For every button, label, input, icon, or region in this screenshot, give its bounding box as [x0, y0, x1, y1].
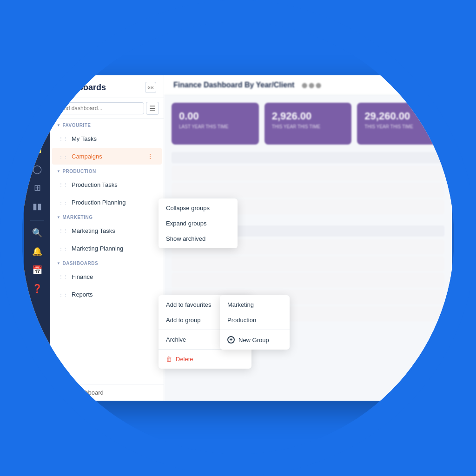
- menu-item-marketing[interactable]: Marketing: [220, 297, 290, 312]
- item-label: Marketing Tasks: [72, 227, 141, 234]
- trash-icon: 🗑: [166, 356, 172, 363]
- drag-handle: ⋮⋮: [59, 246, 68, 251]
- item-label: Finance: [72, 273, 141, 280]
- menu-item-expand-groups[interactable]: Expand groups: [159, 216, 238, 231]
- drag-handle: ⋮⋮: [59, 154, 68, 159]
- menu-item-new-group[interactable]: + New Group: [220, 332, 290, 348]
- drag-handle: ⋮⋮: [59, 136, 68, 141]
- addreport-nav-icon[interactable]: ⊞: [29, 179, 46, 196]
- plus-icon: +: [227, 336, 235, 344]
- settings-nav-icon[interactable]: ⚙: [29, 350, 46, 367]
- sidebar-item-marketingtasks[interactable]: ⋮⋮ Marketing Tasks ⋮: [52, 222, 162, 239]
- context-menu-group: Marketing Production + New Group: [220, 295, 290, 350]
- item-label: Campaigns: [72, 153, 141, 160]
- item-label: Production Tasks: [72, 181, 141, 188]
- left-sidebar: Dashboards «« ☰ ▼ FAVOURITE ⋮⋮ My Tasks …: [50, 75, 164, 401]
- file-nav-icon[interactable]: 📄: [29, 105, 46, 122]
- item-label: Production Planning: [72, 199, 141, 206]
- drag-handle: ⋮⋮: [59, 292, 68, 297]
- group-dashboards: ▼ DASHBOARDS: [50, 257, 164, 268]
- menu-item-show-archived[interactable]: Show archived: [159, 231, 238, 246]
- menu-item-collapse-groups[interactable]: Collapse groups: [159, 200, 238, 216]
- drag-handle: ⋮⋮: [59, 182, 68, 187]
- nav-divider: [30, 220, 44, 221]
- menu-item-delete[interactable]: 🗑 Delete: [159, 351, 251, 367]
- item-label: Marketing Planning: [72, 245, 141, 252]
- main-title: Finance Dashboard By Year/Client: [173, 81, 294, 89]
- search-input[interactable]: [55, 102, 144, 114]
- add-dashboard-button[interactable]: + Add Dashboard: [50, 384, 164, 401]
- search-nav-icon[interactable]: 🔍: [29, 225, 46, 241]
- sidebar-header: Dashboards ««: [50, 75, 164, 98]
- search-row: ☰: [50, 98, 164, 119]
- stat-card-1: 2,926.00 THIS YEAR THIS TIME: [264, 103, 352, 145]
- group-production: ▼ PRODUCTION: [50, 165, 164, 176]
- drag-handle: ⋮⋮: [59, 200, 68, 205]
- sidebar-item-productiontasks[interactable]: ⋮⋮ Production Tasks ⋮: [52, 176, 162, 193]
- sidebar-item-reports[interactable]: ⋮⋮ Reports ⋮: [52, 286, 162, 303]
- folder-nav-icon[interactable]: 📁: [29, 142, 46, 159]
- clock-nav-icon[interactable]: ◯: [29, 161, 46, 178]
- sidebar-item-finance[interactable]: ⋮⋮ Finance ⋮: [52, 268, 162, 285]
- drag-handle: ⋮⋮: [59, 228, 68, 233]
- stat-card-0: 0.00 LAST YEAR THIS TIME: [172, 103, 259, 145]
- menu-item-production[interactable]: Production: [220, 312, 290, 328]
- app-window: 📄 ⊞ 📁 ◯ ⊞ ▮▮ 🔍 🔔 📅 ❓ ⚙ AL Powered by enc…: [24, 75, 452, 401]
- calendar-nav-icon[interactable]: 📅: [29, 262, 46, 278]
- logo-button[interactable]: [28, 79, 46, 98]
- item-label: Reports: [72, 291, 141, 298]
- notification-nav-icon[interactable]: 🔔: [29, 243, 46, 260]
- drag-handle: ⋮⋮: [59, 274, 68, 279]
- main-header: Finance Dashboard By Year/Client ⬤ ⬤ ⬤: [164, 75, 452, 95]
- stat-card-2: 29,260.00 THIS YEAR THIS TIME: [357, 103, 444, 145]
- sidebar-item-campaigns[interactable]: ⋮⋮ Campaigns ⋮: [52, 148, 162, 165]
- chart-nav-icon[interactable]: ▮▮: [29, 198, 46, 215]
- menu-divider-3: [220, 330, 290, 330]
- sidebar-title: Dashboards: [58, 83, 106, 93]
- stat-cards: 0.00 LAST YEAR THIS TIME 2,926.00 THIS Y…: [164, 95, 452, 152]
- sidebar-item-productionplanning[interactable]: ⋮⋮ Production Planning ⋮: [52, 194, 162, 211]
- more-button[interactable]: ⋮: [145, 152, 155, 161]
- context-menu-view: Collapse groups Expand groups Show archi…: [159, 198, 238, 248]
- item-label: My Tasks: [72, 135, 141, 142]
- collapse-button[interactable]: ««: [145, 82, 156, 93]
- help-nav-icon[interactable]: ❓: [29, 280, 46, 297]
- icon-sidebar: 📄 ⊞ 📁 ◯ ⊞ ▮▮ 🔍 🔔 📅 ❓ ⚙ AL Powered by enc…: [24, 75, 50, 401]
- group-favourite: ▼ FAVOURITE: [50, 119, 164, 130]
- avatar[interactable]: AL: [29, 369, 46, 386]
- sidebar-item-mytasks[interactable]: ⋮⋮ My Tasks ⋮: [52, 130, 162, 147]
- powered-by: Powered by encodify: [29, 388, 46, 401]
- dashboard-nav-icon[interactable]: ⊞: [29, 124, 46, 140]
- group-marketing: ▼ MARKETING: [50, 211, 164, 222]
- filter-button[interactable]: ☰: [146, 102, 159, 115]
- sidebar-item-marketingplanning[interactable]: ⋮⋮ Marketing Planning ⋮: [52, 240, 162, 257]
